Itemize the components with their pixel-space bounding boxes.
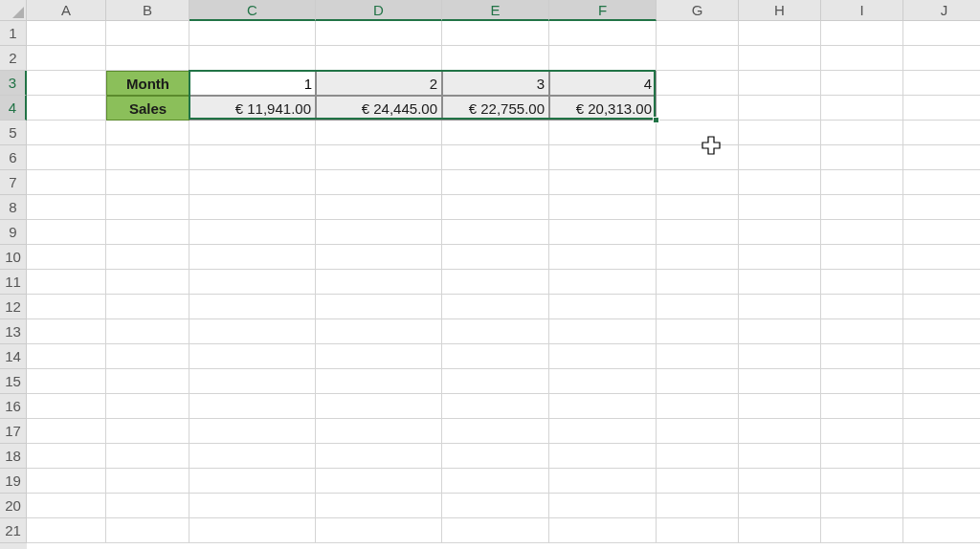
- cell-B17[interactable]: [106, 419, 189, 444]
- cell-G14[interactable]: [657, 344, 739, 369]
- cell-I7[interactable]: [821, 170, 903, 195]
- column-header-I[interactable]: I: [821, 0, 903, 21]
- cell-B7[interactable]: [106, 170, 189, 195]
- cell-A20[interactable]: [27, 494, 106, 518]
- cell-C10[interactable]: [189, 245, 316, 270]
- cell-H9[interactable]: [739, 220, 821, 245]
- cell-H4[interactable]: [739, 96, 821, 121]
- cell-E10[interactable]: [442, 245, 549, 270]
- cell-C2[interactable]: [189, 46, 316, 71]
- cell-G7[interactable]: [657, 170, 739, 195]
- cell-G10[interactable]: [657, 245, 739, 270]
- cell-B1[interactable]: [106, 21, 189, 46]
- cell-F5[interactable]: [549, 121, 657, 145]
- cell-C7[interactable]: [189, 170, 316, 195]
- row-header-2[interactable]: 2: [0, 46, 27, 71]
- cell-F20[interactable]: [549, 494, 657, 518]
- cell-D9[interactable]: [316, 220, 442, 245]
- cell-I15[interactable]: [821, 369, 903, 394]
- cell-C20[interactable]: [189, 494, 316, 518]
- column-header-G[interactable]: G: [657, 0, 739, 21]
- cell-J16[interactable]: [903, 394, 980, 419]
- row-header-8[interactable]: 8: [0, 195, 27, 220]
- row-header-20[interactable]: 20: [0, 494, 27, 518]
- cell-D20[interactable]: [316, 494, 442, 518]
- cell-I8[interactable]: [821, 195, 903, 220]
- cell-B21[interactable]: [106, 518, 189, 543]
- cell-C21[interactable]: [189, 518, 316, 543]
- cell-E1[interactable]: [442, 21, 549, 46]
- cell-J9[interactable]: [903, 220, 980, 245]
- cell-C5[interactable]: [189, 121, 316, 145]
- cell-D15[interactable]: [316, 369, 442, 394]
- cell-F3[interactable]: 4: [549, 71, 657, 96]
- cell-D13[interactable]: [316, 319, 442, 344]
- cell-B14[interactable]: [106, 344, 189, 369]
- row-header-10[interactable]: 10: [0, 245, 27, 270]
- cell-J6[interactable]: [903, 145, 980, 170]
- cell-A1[interactable]: [27, 21, 106, 46]
- cell-F7[interactable]: [549, 170, 657, 195]
- cell-B12[interactable]: [106, 295, 189, 319]
- cell-D8[interactable]: [316, 195, 442, 220]
- cell-A9[interactable]: [27, 220, 106, 245]
- cell-B9[interactable]: [106, 220, 189, 245]
- cell-A13[interactable]: [27, 319, 106, 344]
- cell-B10[interactable]: [106, 245, 189, 270]
- cell-F4[interactable]: € 20,313.00: [549, 96, 657, 121]
- cell-I1[interactable]: [821, 21, 903, 46]
- cell-E15[interactable]: [442, 369, 549, 394]
- column-header-A[interactable]: A: [27, 0, 106, 21]
- row-header-1[interactable]: 1: [0, 21, 27, 46]
- cell-A17[interactable]: [27, 419, 106, 444]
- cell-E13[interactable]: [442, 319, 549, 344]
- cell-B20[interactable]: [106, 494, 189, 518]
- row-header-14[interactable]: 14: [0, 344, 27, 369]
- cell-A7[interactable]: [27, 170, 106, 195]
- cell-I6[interactable]: [821, 145, 903, 170]
- cell-D18[interactable]: [316, 444, 442, 469]
- cell-G1[interactable]: [657, 21, 739, 46]
- row-header-16[interactable]: 16: [0, 394, 27, 419]
- cell-H20[interactable]: [739, 494, 821, 518]
- column-header-B[interactable]: B: [106, 0, 189, 21]
- cell-A21[interactable]: [27, 518, 106, 543]
- cell-C1[interactable]: [189, 21, 316, 46]
- cell-F18[interactable]: [549, 444, 657, 469]
- cell-E5[interactable]: [442, 121, 549, 145]
- cell-C13[interactable]: [189, 319, 316, 344]
- cell-A2[interactable]: [27, 46, 106, 71]
- column-header-D[interactable]: D: [316, 0, 442, 21]
- cell-D12[interactable]: [316, 295, 442, 319]
- cell-D10[interactable]: [316, 245, 442, 270]
- cell-F16[interactable]: [549, 394, 657, 419]
- cell-E8[interactable]: [442, 195, 549, 220]
- cell-I18[interactable]: [821, 444, 903, 469]
- cell-G4[interactable]: [657, 96, 739, 121]
- cell-J20[interactable]: [903, 494, 980, 518]
- cell-A16[interactable]: [27, 394, 106, 419]
- cell-J21[interactable]: [903, 518, 980, 543]
- cell-B16[interactable]: [106, 394, 189, 419]
- cell-I10[interactable]: [821, 245, 903, 270]
- cell-D4[interactable]: € 24,445.00: [316, 96, 442, 121]
- cell-F13[interactable]: [549, 319, 657, 344]
- cell-grid[interactable]: Month1234Sales€ 11,941.00€ 24,445.00€ 22…: [27, 21, 980, 549]
- cell-J2[interactable]: [903, 46, 980, 71]
- cell-F2[interactable]: [549, 46, 657, 71]
- cell-H15[interactable]: [739, 369, 821, 394]
- cell-J18[interactable]: [903, 444, 980, 469]
- cell-F12[interactable]: [549, 295, 657, 319]
- cell-J10[interactable]: [903, 245, 980, 270]
- cell-G15[interactable]: [657, 369, 739, 394]
- cell-A6[interactable]: [27, 145, 106, 170]
- row-header-5[interactable]: 5: [0, 121, 27, 145]
- cell-J7[interactable]: [903, 170, 980, 195]
- cell-E17[interactable]: [442, 419, 549, 444]
- cell-J17[interactable]: [903, 419, 980, 444]
- row-header-4[interactable]: 4: [0, 96, 27, 121]
- cell-B11[interactable]: [106, 270, 189, 295]
- cell-H7[interactable]: [739, 170, 821, 195]
- cell-A10[interactable]: [27, 245, 106, 270]
- cell-C18[interactable]: [189, 444, 316, 469]
